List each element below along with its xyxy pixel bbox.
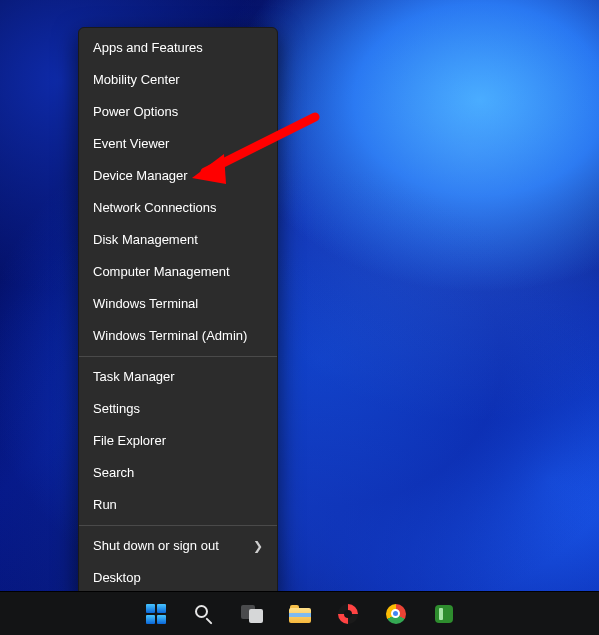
- menu-item-windows-terminal[interactable]: Windows Terminal: [79, 288, 277, 320]
- menu-item-label: Search: [93, 465, 134, 481]
- menu-item-label: Computer Management: [93, 264, 230, 280]
- winx-context-menu: Apps and Features Mobility Center Power …: [78, 27, 278, 599]
- menu-item-device-manager[interactable]: Device Manager: [79, 160, 277, 192]
- menu-item-label: Network Connections: [93, 200, 217, 216]
- menu-item-task-manager[interactable]: Task Manager: [79, 361, 277, 393]
- menu-item-shut-down-or-sign-out[interactable]: Shut down or sign out ❯: [79, 530, 277, 562]
- menu-item-power-options[interactable]: Power Options: [79, 96, 277, 128]
- menu-item-label: Device Manager: [93, 168, 188, 184]
- search-button[interactable]: [186, 596, 222, 632]
- menu-item-label: Event Viewer: [93, 136, 169, 152]
- menu-item-windows-terminal-admin[interactable]: Windows Terminal (Admin): [79, 320, 277, 352]
- menu-item-label: Disk Management: [93, 232, 198, 248]
- menu-item-label: Power Options: [93, 104, 178, 120]
- menu-item-label: Desktop: [93, 570, 141, 586]
- start-button[interactable]: [138, 596, 174, 632]
- menu-item-label: File Explorer: [93, 433, 166, 449]
- menu-item-label: Apps and Features: [93, 40, 203, 56]
- chevron-right-icon: ❯: [253, 538, 263, 554]
- swirl-app-icon: [338, 604, 358, 624]
- menu-item-label: Windows Terminal (Admin): [93, 328, 247, 344]
- menu-item-label: Mobility Center: [93, 72, 180, 88]
- task-view-icon: [241, 605, 263, 623]
- chrome-button[interactable]: [378, 596, 414, 632]
- menu-item-label: Shut down or sign out: [93, 538, 219, 554]
- menu-item-file-explorer[interactable]: File Explorer: [79, 425, 277, 457]
- menu-item-label: Run: [93, 497, 117, 513]
- menu-item-apps-and-features[interactable]: Apps and Features: [79, 32, 277, 64]
- app-red-swirl-button[interactable]: [330, 596, 366, 632]
- taskbar: [0, 591, 599, 635]
- menu-item-computer-management[interactable]: Computer Management: [79, 256, 277, 288]
- menu-item-network-connections[interactable]: Network Connections: [79, 192, 277, 224]
- menu-item-event-viewer[interactable]: Event Viewer: [79, 128, 277, 160]
- windows-logo-icon: [146, 604, 166, 624]
- menu-item-run[interactable]: Run: [79, 489, 277, 521]
- menu-separator: [79, 525, 277, 526]
- menu-separator: [79, 356, 277, 357]
- file-explorer-button[interactable]: [282, 596, 318, 632]
- green-app-icon: [435, 605, 453, 623]
- menu-item-label: Task Manager: [93, 369, 175, 385]
- menu-item-label: Windows Terminal: [93, 296, 198, 312]
- task-view-button[interactable]: [234, 596, 270, 632]
- file-explorer-icon: [289, 605, 311, 623]
- menu-item-desktop[interactable]: Desktop: [79, 562, 277, 594]
- menu-item-mobility-center[interactable]: Mobility Center: [79, 64, 277, 96]
- menu-item-label: Settings: [93, 401, 140, 417]
- menu-item-search[interactable]: Search: [79, 457, 277, 489]
- menu-item-disk-management[interactable]: Disk Management: [79, 224, 277, 256]
- chrome-icon: [386, 604, 406, 624]
- search-icon: [194, 604, 214, 624]
- app-green-button[interactable]: [426, 596, 462, 632]
- menu-item-settings[interactable]: Settings: [79, 393, 277, 425]
